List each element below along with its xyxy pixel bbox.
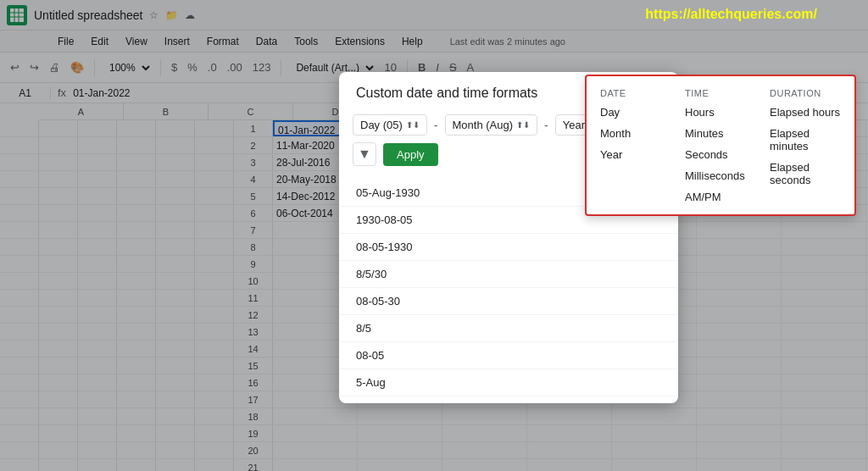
dropdown-item-seconds[interactable]: Seconds [678, 144, 763, 165]
website-watermark: https://alltechqueries.com/ [645, 7, 817, 22]
month-token[interactable]: Month (Aug) ⬆⬇ [445, 114, 538, 136]
month-token-arrow: ⬆⬇ [516, 120, 530, 130]
apply-button[interactable]: Apply [383, 143, 438, 166]
dropdown-item-hours[interactable]: Hours [678, 102, 763, 123]
dropdown-panel: DATE Day Month Year TIME Hours Minutes S… [585, 75, 856, 216]
time-col: TIME Hours Minutes Seconds Milliseconds … [678, 83, 763, 208]
month-token-label: Month (Aug) [453, 119, 514, 131]
preview-item-6[interactable]: 08-05 [339, 342, 678, 369]
preview-item-3[interactable]: 8/5/30 [339, 261, 678, 288]
preview-item-7[interactable]: 5-Aug [339, 369, 678, 396]
duration-col: DURATION Elapsed hours Elapsed minutes E… [763, 83, 848, 208]
dropdown-item-minutes[interactable]: Minutes [678, 123, 763, 144]
dropdown-item-ampm[interactable]: AM/PM [678, 186, 763, 208]
date-col-header: DATE [593, 83, 678, 102]
preview-item-5[interactable]: 8/5 [339, 315, 678, 342]
preview-item-4[interactable]: 08-05-30 [339, 288, 678, 315]
token-separator2: - [544, 119, 548, 132]
dropdown-item-elapsed-seconds[interactable]: Elapsed seconds [763, 157, 848, 191]
day-token-arrow: ⬆⬇ [406, 120, 420, 130]
preview-item-2[interactable]: 08-05-1930 [339, 234, 678, 261]
dialog-title: Custom date and time formats [356, 86, 537, 101]
day-token-label: Day (05) [360, 119, 403, 131]
dropdown-item-day[interactable]: Day [593, 102, 678, 123]
dropdown-item-milliseconds[interactable]: Milliseconds [678, 165, 763, 186]
date-col: DATE Day Month Year [593, 83, 678, 208]
token-separator1: - [434, 119, 438, 132]
dropdown-item-elapsed-hours[interactable]: Elapsed hours [763, 102, 848, 123]
duration-col-header: DURATION [763, 83, 848, 102]
dropdown-item-year[interactable]: Year [593, 144, 678, 165]
more-formats-btn[interactable]: ▼ [353, 142, 376, 166]
time-col-header: TIME [678, 83, 763, 102]
day-token[interactable]: Day (05) ⬆⬇ [353, 114, 427, 136]
dropdown-item-month[interactable]: Month [593, 123, 678, 144]
dropdown-item-elapsed-minutes[interactable]: Elapsed minutes [763, 123, 848, 157]
dropdown-panel-inner: DATE Day Month Year TIME Hours Minutes S… [587, 83, 854, 208]
